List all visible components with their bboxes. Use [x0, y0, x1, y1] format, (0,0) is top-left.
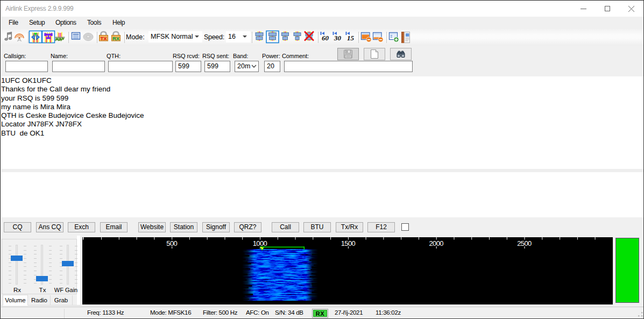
- svg-text:2500: 2500: [517, 239, 532, 247]
- svg-text:15: 15: [347, 34, 355, 42]
- svg-text:RX: RX: [112, 36, 120, 41]
- svg-text:1500: 1500: [341, 239, 356, 247]
- svg-text:TX: TX: [100, 36, 107, 41]
- svg-text:60: 60: [322, 34, 329, 42]
- svg-text:1000: 1000: [253, 239, 267, 247]
- svg-text:30: 30: [334, 34, 342, 42]
- svg-text:500: 500: [166, 239, 177, 247]
- svg-text:2000: 2000: [429, 239, 443, 247]
